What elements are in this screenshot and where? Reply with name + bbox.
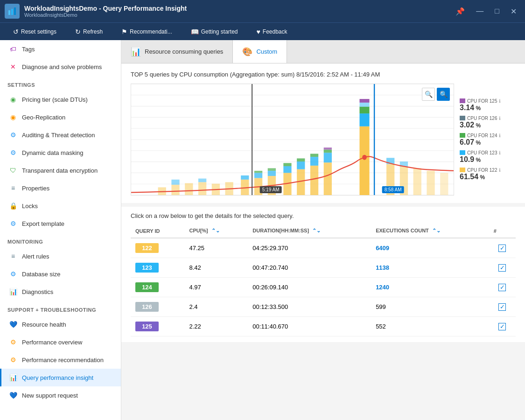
legend-label-125: CPU FOR 125 xyxy=(467,98,497,104)
row-checkbox[interactable]: ✓ xyxy=(498,323,506,330)
col-query-id: QUERY ID xyxy=(131,224,184,238)
chart-section: TOP 5 queries by CPU consumption (Aggreg… xyxy=(121,63,525,203)
pin-button[interactable]: 📌 xyxy=(452,5,469,18)
sort-arrow-duration[interactable]: ⌃⌄ xyxy=(312,228,321,233)
svg-rect-27 xyxy=(171,180,179,185)
cell-query-id: 125 xyxy=(131,317,184,336)
alert-icon: ≡ xyxy=(9,252,17,260)
svg-rect-45 xyxy=(297,161,305,169)
sidebar-item-diagnostics[interactable]: 📊 Diagnostics xyxy=(0,283,121,301)
getting-started-button[interactable]: 📖 Getting started xyxy=(187,26,242,37)
sidebar-item-resource-health[interactable]: 💙 Resource health xyxy=(0,315,121,333)
diagnose-icon: ✕ xyxy=(9,63,17,71)
svg-rect-26 xyxy=(171,185,179,195)
col-cpu: CPU[%] ⌃⌄ xyxy=(184,224,248,238)
table-row[interactable]: 123 8.42 00:47:20.740 1138 ✓ xyxy=(131,258,516,278)
svg-rect-28 xyxy=(185,183,193,195)
row-checkbox[interactable]: ✓ xyxy=(498,284,506,291)
sort-arrow-cpu[interactable]: ⌃⌄ xyxy=(211,228,220,233)
sidebar-item-new-support[interactable]: 💙 New support request xyxy=(0,386,121,404)
refresh-label: Refresh xyxy=(83,28,103,35)
table-row[interactable]: 126 2.4 00:12:33.500 599 ✓ xyxy=(131,297,516,317)
window-controls[interactable]: 📌 — □ ✕ xyxy=(452,5,520,18)
sidebar-item-tags[interactable]: 🏷 Tags xyxy=(0,40,121,58)
cell-checkbox[interactable]: ✓ xyxy=(489,297,516,317)
svg-rect-52 xyxy=(324,150,332,153)
sidebar-item-properties[interactable]: ≡ Properties xyxy=(0,179,121,197)
sidebar-item-alert-rules[interactable]: ≡ Alert rules xyxy=(0,247,121,265)
health-icon: 💙 xyxy=(9,320,17,329)
sidebar-item-geo-replication[interactable]: ◉ Geo-Replication xyxy=(0,108,121,126)
svg-rect-34 xyxy=(241,175,249,180)
row-checkbox[interactable]: ✓ xyxy=(498,303,506,311)
col-duration: DURATION[HH:MM:SS] ⌃⌄ xyxy=(248,224,371,238)
svg-rect-54 xyxy=(359,126,369,195)
svg-rect-39 xyxy=(268,171,276,176)
title-bar: WorkloadInsightsDemo - Query Performance… xyxy=(0,0,525,22)
tab-label: Resource consuming queries xyxy=(145,48,223,55)
sidebar-item-performance-overview[interactable]: ⚙ Performance overview xyxy=(0,333,121,351)
title-text: WorkloadInsightsDemo - Query Performance… xyxy=(24,5,187,18)
feedback-button[interactable]: ♥ Feedback xyxy=(253,26,291,37)
sidebar-item-auditing[interactable]: ⚙ Auditing & Threat detection xyxy=(0,126,121,144)
sidebar-item-dynamic-masking[interactable]: ⚙ Dynamic data masking xyxy=(0,144,121,161)
zoom-in-button[interactable]: 🔍 xyxy=(437,88,450,101)
chart-legend: CPU FOR 125 ℹ 3.14 % CPU FOR 126 ℹ xyxy=(460,84,516,196)
sort-arrow-executions[interactable]: ⌃⌄ xyxy=(432,228,441,233)
recommendations-button[interactable]: ⚑ Recommendati... xyxy=(118,26,176,37)
cell-cpu: 2.4 xyxy=(184,297,248,317)
tab-custom[interactable]: 🎨 Custom xyxy=(233,40,287,63)
sidebar-item-query-performance[interactable]: 📊 Query performance insight xyxy=(0,369,121,386)
sidebar-item-label: Database size xyxy=(22,271,60,278)
svg-rect-46 xyxy=(297,158,305,161)
sidebar-item-transparent-encryption[interactable]: 🛡 Transparent data encryption xyxy=(0,161,121,179)
sidebar-item-label: Performance overview xyxy=(22,339,82,346)
chart-title: TOP 5 queries by CPU consumption (Aggreg… xyxy=(131,71,516,78)
query-badge: 123 xyxy=(135,263,159,273)
auditing-icon: ⚙ xyxy=(9,131,17,139)
table-row[interactable]: 125 2.22 00:11:40.670 552 ✓ xyxy=(131,317,516,336)
legend-color-124 xyxy=(460,133,465,138)
cell-query-id: 123 xyxy=(131,258,184,278)
cell-checkbox[interactable]: ✓ xyxy=(489,317,516,336)
tab-resource-consuming[interactable]: 📊 Resource consuming queries xyxy=(121,40,233,63)
sidebar-item-label: Diagnose and solve problems xyxy=(22,63,102,70)
table-header: QUERY ID CPU[%] ⌃⌄ DURATION[HH:MM:SS] ⌃⌄… xyxy=(131,224,516,238)
svg-rect-40 xyxy=(268,168,276,171)
chart-area: 100% 90% 80% 70% 60% 50% 40% 30% 20% 10%… xyxy=(131,84,454,196)
maximize-button[interactable]: □ xyxy=(491,5,503,18)
cell-executions: 1240 xyxy=(371,278,489,297)
svg-rect-51 xyxy=(324,153,332,162)
row-checkbox[interactable]: ✓ xyxy=(498,245,506,252)
sidebar-item-export-template[interactable]: ⚙ Export template xyxy=(0,215,121,232)
sidebar-item-label: Diagnostics xyxy=(22,288,53,295)
sidebar-item-locks[interactable]: 🔒 Locks xyxy=(0,197,121,215)
time-marker-519am: 5:19 AM xyxy=(260,186,282,193)
reset-settings-button[interactable]: ↺ Reset settings xyxy=(9,26,60,37)
close-button[interactable]: ✕ xyxy=(507,5,520,18)
sidebar-item-database-size[interactable]: ⚙ Database size xyxy=(0,265,121,283)
sidebar-item-diagnose[interactable]: ✕ Diagnose and solve problems xyxy=(0,58,121,76)
row-checkbox[interactable]: ✓ xyxy=(498,264,506,272)
sidebar-item-pricing[interactable]: ◉ Pricing tier (scale DTUs) xyxy=(0,91,121,108)
zoom-out-button[interactable]: 🔍 xyxy=(422,88,435,101)
table-row[interactable]: 122 47.25 04:25:29.370 6409 ✓ xyxy=(131,238,516,258)
cell-checkbox[interactable]: ✓ xyxy=(489,258,516,278)
getting-started-label: Getting started xyxy=(201,28,238,35)
time-marker-858am: 8:58 AM xyxy=(382,186,404,193)
refresh-button[interactable]: ↻ Refresh xyxy=(71,26,106,37)
sidebar-item-label: Tags xyxy=(22,46,35,53)
cell-checkbox[interactable]: ✓ xyxy=(489,238,516,258)
minimize-button[interactable]: — xyxy=(472,5,487,18)
legend-value-122: 61.54 % xyxy=(460,173,516,181)
monitoring-section-header: MONITORING xyxy=(0,234,121,247)
svg-rect-2 xyxy=(14,7,16,15)
svg-rect-1 xyxy=(11,9,13,15)
table-row[interactable]: 124 4.97 00:26:09.140 1240 ✓ xyxy=(131,278,516,297)
cell-checkbox[interactable]: ✓ xyxy=(489,278,516,297)
book-icon: 📖 xyxy=(191,28,199,35)
sidebar-item-performance-recommendation[interactable]: ⚙ Performance recommendation xyxy=(0,351,121,369)
tab-chart-icon: 📊 xyxy=(131,47,141,57)
legend-color-123 xyxy=(460,150,465,155)
svg-rect-44 xyxy=(297,169,305,195)
